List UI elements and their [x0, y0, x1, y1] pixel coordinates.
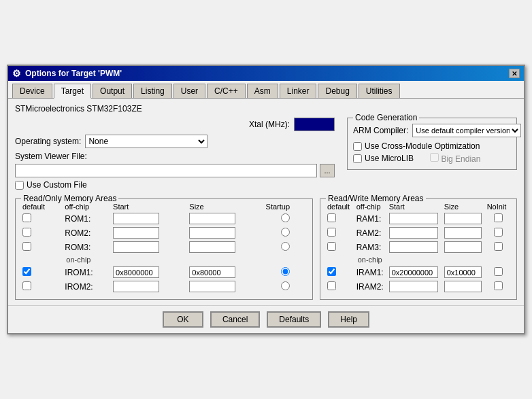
rw-ram3-start[interactable] [389, 241, 438, 253]
ro-rom2-startup[interactable] [281, 228, 290, 237]
xtal-input[interactable]: 72.0 [294, 118, 335, 131]
rw-iram2-noinit[interactable] [494, 281, 503, 290]
read-only-title: Read/Only Memory Areas [21, 194, 118, 203]
tab-cpp[interactable]: C/C++ [207, 84, 246, 98]
ro-irom2-default[interactable] [22, 281, 31, 290]
rw-ram1-start[interactable] [389, 213, 438, 224]
tab-listing[interactable]: Listing [133, 84, 172, 98]
cross-module-row: Use Cross-Module Optimization [353, 141, 511, 151]
ro-irom2-label: IROM2: [65, 282, 93, 292]
rw-ram1-noinit[interactable] [494, 213, 503, 222]
tabs-bar: Device Target Output Listing User C/C++ … [8, 81, 524, 99]
rw-ram2-size[interactable] [444, 227, 482, 239]
table-row: IROM1: [21, 265, 307, 279]
ro-col-default: default [21, 202, 63, 211]
rw-col-default: default [326, 202, 355, 211]
ro-rom3-size[interactable] [189, 241, 235, 253]
ro-rom1-size[interactable] [189, 213, 235, 224]
rw-iram1-default[interactable] [327, 267, 336, 276]
help-button[interactable]: Help [328, 311, 369, 328]
read-only-panel: Read/Only Memory Areas default off-chip … [15, 196, 313, 300]
rw-ram2-noinit[interactable] [494, 228, 503, 237]
xtal-row: Xtal (MHz): 72.0 [15, 118, 335, 131]
system-viewer-label-row: System Viewer File: [15, 152, 335, 161]
defaults-button[interactable]: Defaults [267, 311, 321, 328]
rw-ram1-default[interactable] [327, 213, 336, 222]
tab-output[interactable]: Output [93, 84, 132, 98]
rw-ram3-size[interactable] [444, 241, 482, 253]
bottom-buttons: OK Cancel Defaults Help [8, 305, 524, 333]
rw-ram3-default[interactable] [327, 242, 336, 251]
cross-module-label: Use Cross-Module Optimization [365, 141, 480, 151]
use-custom-file-label: Use Custom File [27, 180, 87, 190]
system-viewer-label: System Viewer File: [15, 152, 87, 161]
ro-irom1-label: IROM1: [65, 268, 93, 277]
top-section: Xtal (MHz): 72.0 Operating system: None … [15, 118, 517, 192]
ro-rom2-start[interactable] [113, 227, 159, 239]
rw-col-noinit: NoInit [486, 202, 511, 211]
big-endian-checkbox[interactable] [430, 153, 439, 162]
ro-rom3-start[interactable] [113, 241, 159, 253]
code-gen-title: Code Generation [353, 113, 419, 122]
ro-irom1-default[interactable] [22, 267, 31, 276]
big-endian-label-wrapper: Big Endian [430, 153, 480, 164]
table-row: ROM1: [21, 211, 307, 226]
read-write-panel: Read/Write Memory Areas default off-chip… [320, 196, 517, 300]
ro-rom2-default[interactable] [22, 228, 31, 237]
arm-compiler-row: ARM Compiler: Use default compiler versi… [353, 124, 511, 137]
rw-iram2-start[interactable] [389, 281, 438, 292]
window-title: Options for Target 'PWM' [25, 69, 122, 78]
ro-irom2-startup[interactable] [281, 281, 290, 290]
tab-asm[interactable]: Asm [247, 84, 278, 98]
rw-col-offchip: off-chip [355, 202, 388, 211]
ok-button[interactable]: OK [163, 311, 203, 328]
ro-rom1-startup[interactable] [281, 213, 290, 222]
rw-col-size: Size [443, 202, 486, 211]
rw-iram1-noinit[interactable] [494, 267, 503, 276]
os-select[interactable]: None [85, 135, 207, 148]
microlib-checkbox[interactable] [353, 154, 362, 163]
table-row: RAM3: [326, 240, 511, 254]
rw-ram1-size[interactable] [444, 213, 482, 224]
tab-linker[interactable]: Linker [280, 84, 317, 98]
tab-debug[interactable]: Debug [318, 84, 356, 98]
ro-irom1-size[interactable] [189, 266, 235, 278]
use-custom-file-checkbox[interactable] [15, 181, 24, 190]
cancel-button[interactable]: Cancel [210, 311, 260, 328]
close-button[interactable]: ✕ [509, 69, 520, 78]
table-row: ROM3: [21, 240, 307, 254]
rw-iram1-size[interactable] [444, 266, 482, 278]
browse-button[interactable]: ... [320, 164, 335, 177]
use-custom-file-row: Use Custom File [15, 180, 335, 190]
rw-iram2-default[interactable] [327, 281, 336, 290]
cross-module-checkbox[interactable] [353, 142, 362, 151]
ro-rom1-default[interactable] [22, 213, 31, 222]
main-window: ⚙ Options for Target 'PWM' ✕ Device Targ… [7, 65, 525, 334]
ro-rom3-default[interactable] [22, 242, 31, 251]
rw-ram2-label: RAM2: [356, 228, 382, 238]
table-row: ROM2: [21, 226, 307, 240]
ro-rom2-size[interactable] [189, 227, 235, 239]
ro-irom1-startup[interactable] [281, 267, 290, 276]
ro-irom2-size[interactable] [189, 281, 235, 292]
rw-iram2-size[interactable] [444, 281, 482, 292]
ro-col-offchip: off-chip [63, 202, 112, 211]
ro-irom2-start[interactable] [113, 281, 159, 292]
read-write-title: Read/Write Memory Areas [326, 194, 426, 203]
system-viewer-input[interactable]: STM32F103xx.svd [15, 164, 317, 177]
rw-ram3-noinit[interactable] [494, 242, 503, 251]
tab-device[interactable]: Device [12, 84, 52, 98]
big-endian-label: Big Endian [441, 154, 480, 164]
ro-rom3-startup[interactable] [281, 242, 290, 251]
tab-user[interactable]: User [173, 84, 205, 98]
rw-iram1-start[interactable] [389, 266, 438, 278]
ro-col-start: Start [112, 202, 188, 211]
ro-rom1-start[interactable] [113, 213, 159, 224]
ro-irom1-start[interactable] [113, 266, 159, 278]
rw-ram2-default[interactable] [327, 228, 336, 237]
rw-ram2-start[interactable] [389, 227, 438, 239]
tab-utilities[interactable]: Utilities [359, 84, 400, 98]
on-chip-label-row: on-chip [21, 254, 307, 265]
tab-target[interactable]: Target [54, 84, 91, 99]
arm-compiler-select[interactable]: Use default compiler version 5 [412, 124, 521, 137]
